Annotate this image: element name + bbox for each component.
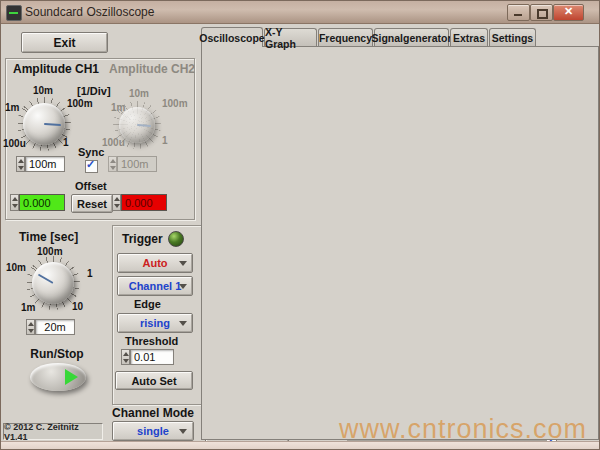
amplitude-unit-label: [1/Div]: [77, 85, 111, 97]
knob-scale-label: 100u: [102, 137, 125, 148]
offset-ch1-value[interactable]: 0.000: [19, 194, 65, 211]
chevron-down-icon: [179, 284, 187, 289]
amplitude-ch1-knob[interactable]: [23, 103, 65, 145]
window-title: Soundcard Oszilloscope: [25, 5, 154, 19]
chevron-down-icon: [179, 321, 187, 326]
sync-label: Sync: [78, 146, 104, 158]
tab-oscilloscope[interactable]: Oscilloscope: [201, 27, 263, 47]
channel-mode-label: Channel Mode: [112, 406, 192, 420]
knob-scale-label: 1: [87, 268, 93, 279]
run-stop-button[interactable]: [30, 363, 86, 391]
time-title: Time [sec]: [19, 230, 78, 244]
knob-scale-label: 100m: [67, 98, 93, 109]
knob-scale-label: 1m: [111, 102, 125, 113]
knob-scale-label: 10m: [6, 262, 26, 273]
minimize-button[interactable]: [507, 4, 530, 21]
tab-extras[interactable]: Extras: [450, 28, 488, 46]
offset-reset-button[interactable]: Reset: [71, 194, 113, 213]
minimize-icon: [514, 14, 522, 16]
trigger-led: [168, 231, 184, 247]
offset-ch2-spinner[interactable]: [112, 194, 121, 211]
channel-mode-dropdown[interactable]: single: [112, 421, 194, 441]
copyright-bar: © 2012 C. Zeitnitz V1.41: [3, 423, 103, 440]
app-icon: [6, 5, 22, 21]
title-bar[interactable]: Soundcard Oszilloscope ✕: [1, 1, 600, 24]
trigger-mode-dropdown[interactable]: Auto: [117, 253, 193, 273]
trigger-title: Trigger: [122, 232, 163, 246]
amplitude-ch1-value[interactable]: 100m: [25, 156, 65, 172]
tab-frequency[interactable]: Frequency: [318, 28, 373, 46]
amplitude-ch2-spinner: [108, 156, 117, 172]
amplitude-ch2-knob-pointer: [137, 124, 151, 127]
maximize-button[interactable]: [530, 4, 553, 21]
amplitude-ch1-spinner[interactable]: [16, 156, 25, 172]
trigger-edge-dropdown[interactable]: rising: [117, 313, 193, 333]
knob-scale-label: 10m: [33, 85, 53, 96]
time-knob[interactable]: [32, 262, 74, 304]
knob-scale-label: 1: [162, 135, 168, 146]
tab-signalgenerator[interactable]: Signalgenerator: [374, 28, 449, 46]
oscilloscope-tab-page: [201, 46, 599, 440]
auto-set-button[interactable]: Auto Set: [115, 371, 193, 390]
tab-xy-graph[interactable]: X-Y Graph: [264, 28, 317, 46]
knob-scale-label: 1: [63, 137, 69, 148]
knob-scale-label: 100u: [3, 138, 26, 149]
close-icon: ✕: [554, 5, 583, 18]
offset-label: Offset: [75, 180, 107, 192]
trigger-source-dropdown[interactable]: Channel 1: [117, 276, 193, 296]
offset-ch1-spinner[interactable]: [10, 194, 19, 211]
edge-label: Edge: [134, 298, 161, 310]
time-spinner[interactable]: [26, 319, 35, 335]
amplitude-ch1-title: Amplitude CH1: [13, 62, 99, 76]
threshold-label: Threshold: [125, 335, 178, 347]
offset-ch2-value[interactable]: 0.000: [121, 194, 167, 211]
time-value[interactable]: 20m: [35, 319, 75, 335]
amplitude-ch2-value: 100m: [117, 156, 157, 172]
app-window: Soundcard Oszilloscope ✕ Oscilloscope X-…: [0, 0, 600, 450]
time-knob-pointer: [38, 274, 54, 284]
amplitude-ch1-knob-pointer: [44, 123, 61, 126]
maximize-icon: [537, 9, 548, 19]
knob-scale-label: 100m: [162, 98, 188, 109]
knob-scale-label: 1m: [5, 102, 19, 113]
threshold-value[interactable]: 0.01: [130, 349, 174, 365]
watermark: www.cntronics.com: [339, 414, 587, 445]
run-stop-label: Run/Stop: [17, 347, 97, 361]
play-icon: [65, 369, 78, 385]
close-button[interactable]: ✕: [553, 4, 584, 21]
amplitude-ch2-title: Amplitude CH2: [109, 62, 195, 76]
threshold-spinner[interactable]: [121, 349, 130, 365]
chevron-down-icon: [179, 261, 187, 266]
chevron-down-icon: [179, 429, 187, 434]
knob-scale-label: 10m: [129, 88, 149, 99]
knob-scale-label: 10: [72, 301, 83, 312]
exit-button[interactable]: Exit: [21, 32, 108, 53]
tab-settings[interactable]: Settings: [489, 28, 536, 46]
knob-scale-label: 1m: [21, 302, 35, 313]
sync-checkbox[interactable]: [85, 160, 98, 173]
